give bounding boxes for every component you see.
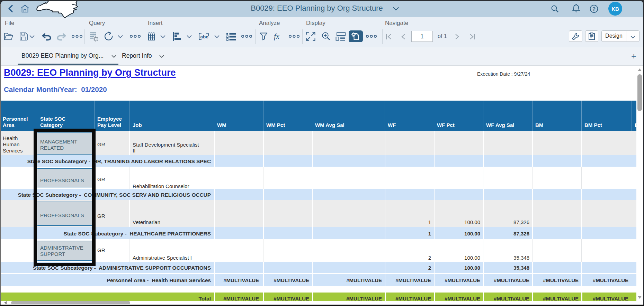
svg-text:?: ? [592,6,596,12]
svg-text:abc: abc [200,34,209,39]
